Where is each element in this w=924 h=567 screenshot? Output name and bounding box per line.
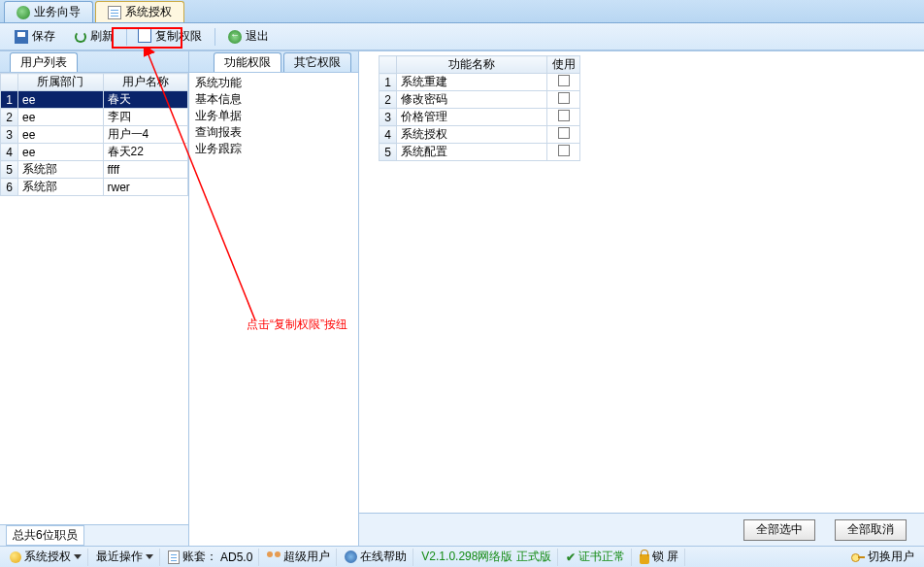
statusbar: 系统授权 最近操作 账套：AD5.0 超级用户 在线帮助 V2.1.0.298网… bbox=[0, 546, 924, 567]
refresh-button[interactable]: 刷新 bbox=[66, 26, 122, 48]
permission-tree-panel: 功能权限 其它权限 系统功能基本信息业务单据查询报表业务跟踪 bbox=[189, 51, 359, 546]
row-number: 6 bbox=[1, 179, 18, 196]
user-table-container: 所属部门 用户名称 1ee春天2ee李四3ee用户一44ee春天225系统部ff… bbox=[0, 73, 188, 524]
cell-department: ee bbox=[18, 91, 104, 109]
use-checkbox[interactable] bbox=[558, 92, 570, 104]
row-number: 2 bbox=[380, 91, 397, 109]
bullet-icon bbox=[10, 551, 21, 563]
col-function-name[interactable]: 功能名称 bbox=[397, 56, 547, 74]
select-all-button[interactable]: 全部选中 bbox=[743, 519, 815, 541]
chevron-down-icon bbox=[74, 554, 82, 559]
use-checkbox[interactable] bbox=[558, 110, 570, 121]
status-switch-user[interactable]: 切换用户 bbox=[845, 549, 920, 566]
save-icon bbox=[15, 30, 28, 44]
status-help[interactable]: 在线帮助 bbox=[339, 549, 413, 566]
function-table-container: 功能名称 使用 1系统重建2修改密码3价格管理4系统授权5系统配置 bbox=[359, 51, 924, 161]
cell-use bbox=[547, 144, 580, 161]
user-row[interactable]: 5系统部ffff bbox=[1, 161, 188, 179]
row-number: 3 bbox=[380, 109, 397, 126]
status-cert: ✔证书正常 bbox=[560, 549, 632, 566]
user-row[interactable]: 4ee春天22 bbox=[1, 144, 188, 161]
globe-icon bbox=[345, 550, 357, 563]
toolbar-separator bbox=[126, 28, 127, 46]
cell-department: 系统部 bbox=[18, 161, 104, 179]
doc-icon bbox=[168, 550, 180, 564]
cell-department: ee bbox=[18, 144, 104, 161]
function-row[interactable]: 5系统配置 bbox=[380, 144, 580, 161]
exit-label: 退出 bbox=[246, 28, 269, 45]
action-bar: 全部选中 全部取消 bbox=[359, 513, 924, 546]
status-account[interactable]: 账套：AD5.0 bbox=[162, 549, 259, 566]
cancel-all-button[interactable]: 全部取消 bbox=[835, 519, 907, 541]
use-checkbox[interactable] bbox=[558, 127, 570, 139]
tab-function-permission[interactable]: 功能权限 bbox=[214, 52, 281, 72]
cell-username: ffff bbox=[103, 161, 188, 179]
copy-permission-button[interactable]: 复制权限 bbox=[131, 26, 211, 48]
toolbar-separator bbox=[214, 28, 215, 46]
function-row[interactable]: 4系统授权 bbox=[380, 126, 580, 144]
doc-icon bbox=[108, 6, 121, 19]
user-list-footer: 总共6位职员 bbox=[0, 524, 188, 546]
cell-use bbox=[547, 91, 580, 109]
tab-user-list[interactable]: 用户列表 bbox=[10, 52, 78, 72]
exit-button[interactable]: 退出 bbox=[219, 26, 278, 48]
row-number: 2 bbox=[1, 109, 18, 126]
cell-function-name: 系统重建 bbox=[397, 74, 547, 91]
col-department[interactable]: 所属部门 bbox=[18, 74, 104, 91]
top-tab-label: 系统授权 bbox=[125, 4, 172, 20]
tree-item[interactable]: 业务跟踪 bbox=[195, 141, 352, 157]
copy-icon bbox=[140, 30, 151, 43]
globe-icon bbox=[16, 6, 30, 19]
cell-username: 春天 bbox=[103, 91, 188, 109]
save-label: 保存 bbox=[32, 28, 55, 45]
cell-username: 李四 bbox=[103, 109, 188, 126]
cell-use bbox=[547, 74, 580, 91]
user-row[interactable]: 3ee用户一4 bbox=[1, 126, 188, 144]
tree-item[interactable]: 业务单据 bbox=[195, 108, 352, 124]
row-number: 1 bbox=[1, 91, 18, 109]
user-list-panel: 用户列表 所属部门 用户名称 1ee春天2ee李四3ee用户一44ee春天225… bbox=[0, 51, 189, 546]
window-tabs: 业务向导系统授权 bbox=[0, 0, 924, 23]
status-module[interactable]: 系统授权 bbox=[4, 549, 88, 566]
user-row[interactable]: 1ee春天 bbox=[1, 91, 188, 109]
tree-item[interactable]: 基本信息 bbox=[195, 91, 352, 108]
cell-username: rwer bbox=[103, 179, 188, 196]
top-tab-label: 业务向导 bbox=[34, 4, 81, 20]
top-tab-0[interactable]: 业务向导 bbox=[4, 1, 93, 22]
row-number: 5 bbox=[380, 144, 397, 161]
cell-function-name: 系统授权 bbox=[397, 126, 547, 144]
function-row[interactable]: 2修改密码 bbox=[380, 91, 580, 109]
col-username[interactable]: 用户名称 bbox=[103, 74, 188, 91]
use-checkbox[interactable] bbox=[558, 75, 570, 86]
user-row[interactable]: 6系统部rwer bbox=[1, 179, 188, 196]
status-user[interactable]: 超级用户 bbox=[261, 549, 337, 566]
row-number: 4 bbox=[380, 126, 397, 144]
toolbar: 保存 刷新 复制权限 退出 bbox=[0, 23, 924, 50]
refresh-icon bbox=[75, 31, 86, 43]
lock-icon bbox=[640, 554, 649, 564]
row-number: 1 bbox=[380, 74, 397, 91]
top-tab-1[interactable]: 系统授权 bbox=[95, 1, 184, 22]
function-table: 功能名称 使用 1系统重建2修改密码3价格管理4系统授权5系统配置 bbox=[379, 55, 580, 161]
status-recent[interactable]: 最近操作 bbox=[90, 549, 160, 566]
chevron-down-icon bbox=[146, 554, 153, 559]
user-table: 所属部门 用户名称 1ee春天2ee李四3ee用户一44ee春天225系统部ff… bbox=[0, 73, 188, 196]
users-icon bbox=[267, 551, 280, 563]
cell-username: 用户一4 bbox=[103, 126, 188, 144]
cell-department: ee bbox=[18, 126, 104, 144]
refresh-label: 刷新 bbox=[90, 28, 114, 45]
cell-use bbox=[547, 109, 580, 126]
use-checkbox[interactable] bbox=[558, 145, 570, 156]
tab-other-permission[interactable]: 其它权限 bbox=[283, 52, 351, 72]
save-button[interactable]: 保存 bbox=[6, 26, 64, 48]
function-row[interactable]: 3价格管理 bbox=[380, 109, 580, 126]
tree-item[interactable]: 系统功能 bbox=[195, 75, 352, 91]
user-row[interactable]: 2ee李四 bbox=[1, 109, 188, 126]
check-icon: ✔ bbox=[566, 550, 576, 564]
col-rownum bbox=[1, 74, 18, 91]
cell-username: 春天22 bbox=[103, 144, 188, 161]
status-lock[interactable]: 锁 屏 bbox=[634, 549, 685, 566]
tree-item[interactable]: 查询报表 bbox=[195, 124, 352, 141]
col-use[interactable]: 使用 bbox=[547, 56, 580, 74]
function-row[interactable]: 1系统重建 bbox=[380, 74, 580, 91]
